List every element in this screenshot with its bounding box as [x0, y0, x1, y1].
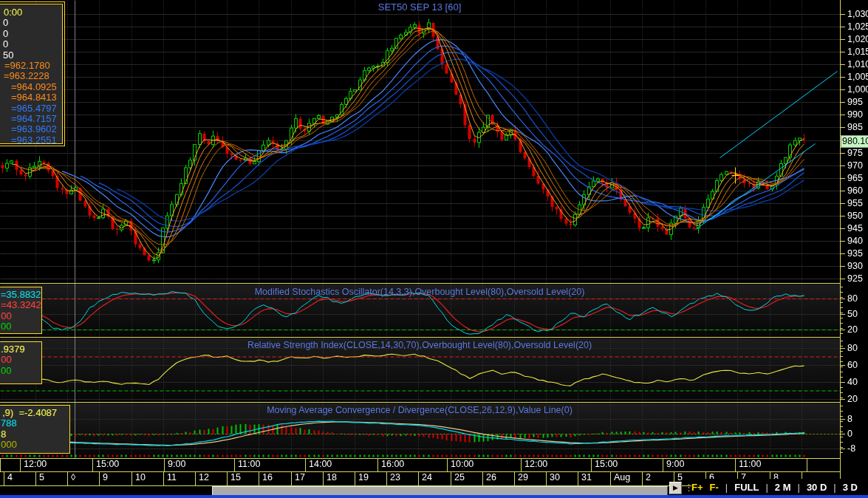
time-label: 10:00 — [451, 458, 474, 471]
price-axis-label: 950 — [847, 211, 863, 221]
date-label: 4 — [7, 471, 13, 484]
legend-value: =963.2228 — [4, 71, 62, 81]
2m-button[interactable]: 2 M — [775, 482, 791, 493]
legend-value: =964.7157 — [11, 114, 62, 124]
chart-application-window: SET50 SEP 13 [60] Modified Stochastics O… — [0, 0, 868, 498]
price-axis-tick — [840, 64, 845, 65]
date-cell-border — [610, 471, 611, 485]
rsi-axis-label: 60 — [847, 361, 858, 370]
price-axis-tick — [840, 228, 845, 229]
axis-minor-tick — [840, 426, 843, 427]
stochastic-axis-tick — [840, 299, 845, 299]
time-cell-border — [164, 458, 165, 471]
panel-separator[interactable] — [0, 402, 841, 403]
price-axis-label: 1,025 — [847, 22, 868, 32]
price-axis-tick — [840, 253, 845, 254]
date-cell-border — [355, 471, 355, 485]
date-label: 19 — [358, 471, 369, 484]
axis-minor-tick — [840, 356, 843, 357]
macd-axis-label: -8 — [847, 444, 855, 454]
date-label: 30 — [550, 471, 560, 484]
rsi-legend-box: .93790000 — [0, 341, 42, 384]
legend-value: =964.0925 — [11, 82, 62, 92]
date-label: 17 — [295, 471, 305, 484]
rsi-axis-tick — [840, 399, 845, 400]
date-cell-border — [4, 471, 4, 485]
date-cell-border — [482, 471, 483, 485]
axis-minor-tick — [840, 416, 843, 417]
time-cell-border — [735, 458, 736, 471]
macd-title: Moving Average Convergence / Divergence(… — [267, 405, 573, 415]
macd-legend-box: ,9) =-2.40877888000 — [0, 405, 70, 454]
legend-value: 8 — [1, 429, 69, 440]
price-axis-tick — [840, 27, 845, 27]
date-cell-border — [67, 471, 68, 485]
price-axis-tick — [840, 14, 845, 15]
rsi-axis-tick — [840, 348, 845, 349]
scroll-right-button[interactable]: ▶ — [669, 482, 682, 494]
axis-minor-tick — [840, 341, 843, 341]
legend-value: 00 — [1, 321, 41, 332]
legend-value: 00 — [1, 355, 41, 365]
full-button[interactable]: FULL — [734, 482, 759, 493]
axis-minor-tick — [840, 372, 843, 372]
f-plus-button[interactable]: F+ — [691, 482, 703, 493]
price-axis-label: 965 — [847, 174, 863, 183]
price-axis-tick — [840, 153, 845, 154]
legend-value: =35.8832 — [1, 290, 41, 300]
price-axis-label: 930 — [847, 262, 863, 271]
price-axis-tick — [840, 115, 845, 115]
date-cell-border — [131, 471, 132, 485]
panel-separator[interactable] — [0, 337, 841, 338]
toolbar-separator: | — [765, 482, 768, 493]
price-axis-label: 985 — [847, 123, 863, 132]
rsi-axis-tick — [840, 382, 845, 383]
time-label: 9:00 — [168, 458, 185, 471]
legend-value: =964.8413 — [11, 92, 62, 103]
window-bottom-border — [0, 495, 868, 498]
date-label: 31 — [581, 471, 592, 484]
price-axis-label: 935 — [847, 249, 863, 259]
axis-minor-tick — [840, 313, 843, 313]
axis-minor-tick — [840, 452, 843, 453]
axis-minor-tick — [840, 437, 843, 437]
price-axis-label: 990 — [847, 110, 863, 120]
stochastic-axis-label: 80 — [847, 294, 858, 304]
legend-value: 0 — [3, 18, 62, 28]
f-minus-button[interactable]: F- — [710, 482, 719, 493]
stochastic-axis-label: 50 — [847, 310, 858, 319]
axis-minor-tick — [840, 287, 843, 287]
price-legend-box: 0:0000050=962.1780=963.2228=964.0925=964… — [0, 4, 63, 144]
date-label: 2 — [646, 471, 651, 484]
bottom-toolbar: F+F-|FULL|2 M|30 D|3 D — [691, 479, 868, 495]
price-axis-tick — [840, 241, 845, 242]
date-cell-border — [291, 471, 292, 485]
axis-minor-tick — [840, 292, 843, 293]
rsi-axis-label: 40 — [847, 378, 858, 387]
date-label: 15 — [230, 471, 241, 484]
legend-value: .9379 — [1, 344, 41, 355]
stochastic-axis-tick — [840, 314, 845, 315]
legend-value: 00 — [1, 311, 41, 321]
rsi-title: Relative Strength Index(CLOSE,14,30,70),… — [247, 340, 592, 350]
axis-minor-tick — [840, 297, 843, 298]
3d-button[interactable]: 3 D — [843, 482, 858, 493]
legend-value: 0:00 — [4, 7, 62, 18]
panel-separator[interactable] — [0, 283, 841, 284]
chart-canvas[interactable] — [0, 0, 840, 458]
axis-minor-tick — [840, 318, 843, 318]
date-cell-border — [578, 471, 578, 485]
time-axis-row[interactable]: 12:0015:009:0011:0014:0016:0010:0012:001… — [0, 458, 841, 471]
price-axis-label: 1,010 — [847, 60, 868, 69]
time-cell-border — [807, 458, 807, 471]
date-cell-border — [418, 471, 419, 485]
macd-axis-tick — [840, 434, 845, 434]
time-cell-border — [234, 458, 235, 471]
30d-button[interactable]: 30 D — [807, 482, 827, 493]
axis-minor-tick — [840, 406, 843, 406]
date-cell-border — [35, 471, 36, 485]
rsi-axis-label: 80 — [847, 344, 858, 353]
price-axis-tick — [840, 191, 845, 191]
price-axis-label: 1,005 — [847, 72, 868, 82]
last-price-badge: 980.10 — [841, 135, 868, 148]
